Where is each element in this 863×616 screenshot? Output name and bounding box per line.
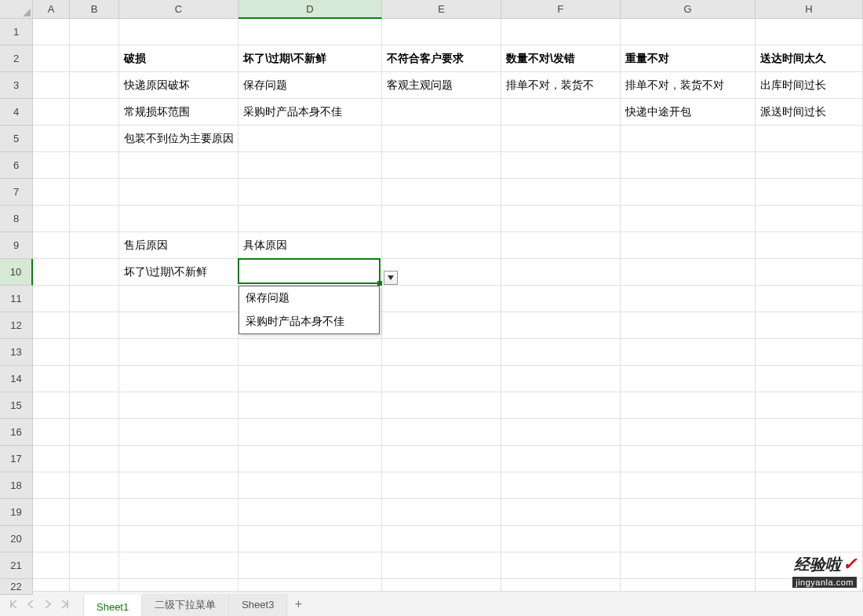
cell-G9[interactable] xyxy=(621,232,756,259)
cell-E10[interactable] xyxy=(382,259,501,286)
cell-B18[interactable] xyxy=(70,472,119,499)
cell-C8[interactable] xyxy=(119,206,239,232)
cell-B19[interactable] xyxy=(70,499,119,526)
column-header-F[interactable]: F xyxy=(501,0,621,19)
cell-B7[interactable] xyxy=(70,179,119,206)
cell-C20[interactable] xyxy=(119,526,239,552)
cell-H11[interactable] xyxy=(756,286,863,312)
row-header-20[interactable]: 20 xyxy=(0,526,33,552)
cell-C4[interactable]: 常规损坏范围 xyxy=(119,99,239,126)
cell-H1[interactable] xyxy=(756,19,863,46)
tab-nav-next[interactable] xyxy=(39,596,56,613)
cell-grid[interactable]: 破损坏了\过期\不新鲜不符合客户要求数量不对\发错重量不对送达时间太久快递原因破… xyxy=(33,19,863,595)
row-header-8[interactable]: 8 xyxy=(0,206,33,232)
row-header-13[interactable]: 13 xyxy=(0,339,33,366)
cell-C9[interactable]: 售后原因 xyxy=(119,232,239,259)
cell-E18[interactable] xyxy=(382,472,501,499)
cell-D9[interactable]: 具体原因 xyxy=(239,232,382,259)
cell-G11[interactable] xyxy=(621,286,756,312)
cell-D19[interactable] xyxy=(239,499,382,526)
row-header-21[interactable]: 21 xyxy=(0,552,33,579)
add-sheet-button[interactable]: + xyxy=(287,597,309,611)
cell-C7[interactable] xyxy=(119,179,239,206)
cell-C16[interactable] xyxy=(119,419,239,446)
cell-B10[interactable] xyxy=(70,259,119,286)
cell-B15[interactable] xyxy=(70,392,119,419)
cell-F3[interactable]: 排单不对，装货不 xyxy=(501,72,621,99)
cell-D15[interactable] xyxy=(239,392,382,419)
cell-C10[interactable]: 坏了\过期\不新鲜 xyxy=(119,259,239,286)
dropdown-item-0[interactable]: 保存问题 xyxy=(239,286,379,310)
cell-D1[interactable] xyxy=(239,19,382,46)
cell-G5[interactable] xyxy=(621,126,756,152)
cell-D18[interactable] xyxy=(239,472,382,499)
cell-B21[interactable] xyxy=(70,552,119,579)
cell-F20[interactable] xyxy=(501,526,621,552)
cell-G17[interactable] xyxy=(621,446,756,472)
cell-H19[interactable] xyxy=(756,499,863,526)
cell-E15[interactable] xyxy=(382,392,501,419)
cell-H4[interactable]: 派送时间过长 xyxy=(756,99,863,126)
column-header-D[interactable]: D xyxy=(239,0,382,19)
cell-E6[interactable] xyxy=(382,152,501,179)
sheet-tab-0[interactable]: Sheet1 xyxy=(83,595,142,616)
tab-nav-last[interactable] xyxy=(56,596,74,613)
cell-B2[interactable] xyxy=(70,46,119,72)
select-all-corner[interactable] xyxy=(0,0,33,19)
cell-C21[interactable] xyxy=(119,552,239,579)
row-header-16[interactable]: 16 xyxy=(0,419,33,446)
cell-C2[interactable]: 破损 xyxy=(119,46,239,72)
cell-C13[interactable] xyxy=(119,339,239,366)
cell-A6[interactable] xyxy=(33,152,70,179)
cell-D21[interactable] xyxy=(239,552,382,579)
cell-B8[interactable] xyxy=(70,206,119,232)
cell-G21[interactable] xyxy=(621,552,756,579)
cell-D13[interactable] xyxy=(239,339,382,366)
cell-F21[interactable] xyxy=(501,552,621,579)
cell-A16[interactable] xyxy=(33,419,70,446)
cell-B11[interactable] xyxy=(70,286,119,312)
cell-G18[interactable] xyxy=(621,472,756,499)
row-header-5[interactable]: 5 xyxy=(0,126,33,152)
cell-G6[interactable] xyxy=(621,152,756,179)
cell-A18[interactable] xyxy=(33,472,70,499)
row-header-1[interactable]: 1 xyxy=(0,19,33,46)
row-header-9[interactable]: 9 xyxy=(0,232,33,259)
cell-F8[interactable] xyxy=(501,206,621,232)
cell-D2[interactable]: 坏了\过期\不新鲜 xyxy=(239,46,382,72)
cell-G15[interactable] xyxy=(621,392,756,419)
cell-B1[interactable] xyxy=(70,19,119,46)
cell-H16[interactable] xyxy=(756,419,863,446)
cell-B16[interactable] xyxy=(70,419,119,446)
cell-H2[interactable]: 送达时间太久 xyxy=(756,46,863,72)
cell-F9[interactable] xyxy=(501,232,621,259)
cell-G10[interactable] xyxy=(621,259,756,286)
cell-C11[interactable] xyxy=(119,286,239,312)
cell-B20[interactable] xyxy=(70,526,119,552)
cell-C18[interactable] xyxy=(119,472,239,499)
column-header-E[interactable]: E xyxy=(382,0,501,19)
cell-A8[interactable] xyxy=(33,206,70,232)
row-header-15[interactable]: 15 xyxy=(0,392,33,419)
cell-F2[interactable]: 数量不对\发错 xyxy=(501,46,621,72)
cell-F7[interactable] xyxy=(501,179,621,206)
cell-C5[interactable]: 包装不到位为主要原因 xyxy=(119,126,239,152)
cell-A10[interactable] xyxy=(33,259,70,286)
cell-G8[interactable] xyxy=(621,206,756,232)
row-header-3[interactable]: 3 xyxy=(0,72,33,99)
cell-D14[interactable] xyxy=(239,366,382,392)
cell-G12[interactable] xyxy=(621,312,756,339)
cell-H9[interactable] xyxy=(756,232,863,259)
row-header-19[interactable]: 19 xyxy=(0,499,33,526)
dropdown-button[interactable] xyxy=(384,271,398,285)
cell-E4[interactable] xyxy=(382,99,501,126)
cell-H12[interactable] xyxy=(756,312,863,339)
cell-D7[interactable] xyxy=(239,179,382,206)
cell-C17[interactable] xyxy=(119,446,239,472)
cell-A4[interactable] xyxy=(33,99,70,126)
cell-E5[interactable] xyxy=(382,126,501,152)
row-header-7[interactable]: 7 xyxy=(0,179,33,206)
cell-F15[interactable] xyxy=(501,392,621,419)
cell-G14[interactable] xyxy=(621,366,756,392)
cell-F17[interactable] xyxy=(501,446,621,472)
